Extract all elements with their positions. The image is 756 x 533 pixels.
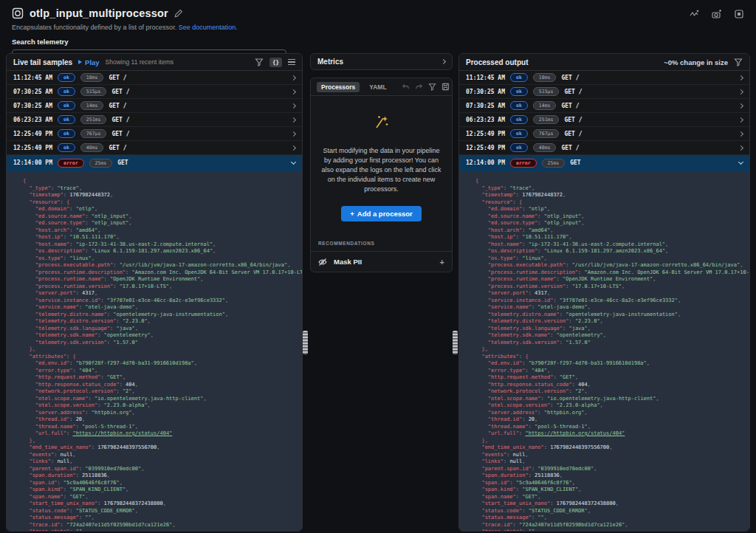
metrics-panel[interactable]: Metrics — [310, 53, 453, 70]
live-tail-header: Live tail samples Play Showing 11 recent… — [7, 54, 302, 71]
add-processor-label: Add a processor — [357, 210, 413, 218]
duration-pill: 515μs — [533, 87, 560, 96]
log-row[interactable]: 07:30:25 AM ok 14ms GET / — [459, 99, 749, 113]
log-method: GET / — [111, 89, 129, 95]
log-row[interactable]: 07:30:25 AM ok 515μs GET / — [7, 85, 302, 99]
log-time: 06:23:23 AM — [466, 117, 505, 123]
play-button[interactable]: Play — [78, 58, 100, 66]
camera-plus-icon[interactable] — [712, 9, 722, 19]
status-badge: ok — [510, 143, 528, 152]
trace-json: { "_type": "trace", "timestamp": 1767982… — [7, 171, 302, 531]
status-badge: ok — [58, 87, 75, 96]
live-tail-json-viewer[interactable]: { "_type": "trace", "timestamp": 1767982… — [7, 171, 302, 531]
chevron-icon — [738, 131, 743, 136]
log-time: 12:25:49 PM — [466, 131, 505, 137]
log-time: 12:14:00 PM — [466, 159, 505, 166]
panel-icon[interactable] — [734, 9, 744, 19]
chevron-icon — [738, 103, 743, 108]
live-tail-title: Live tail samples — [13, 58, 72, 66]
log-method: GET — [117, 159, 128, 166]
duration-pill: 10ms — [533, 73, 557, 82]
log-time: 07:30:25 AM — [13, 103, 52, 109]
panel-resize-handle-right[interactable] — [453, 331, 458, 354]
log-time: 12:25:49 PM — [466, 145, 505, 151]
log-row[interactable]: 11:12:45 AM ok 10ms GET / — [7, 71, 302, 85]
status-badge: ok — [58, 143, 75, 152]
edit-pencil-icon[interactable] — [174, 9, 183, 18]
processor-icon — [12, 7, 24, 19]
log-method: GET / — [109, 75, 126, 81]
log-method: GET / — [564, 89, 582, 95]
duration-pill: 25ms — [542, 159, 566, 168]
tab-yaml[interactable]: YAML — [365, 82, 391, 92]
processed-output-json-viewer[interactable]: { "_type": "trace", "timestamp": 1767982… — [459, 171, 749, 531]
log-row[interactable]: 12:25:49 PM ok 767μs GET / — [7, 127, 302, 141]
log-row[interactable]: 12:25:49 PM ok 767μs GET / — [459, 127, 749, 141]
recommendation-mask-pii[interactable]: Mask PII + — [311, 251, 452, 272]
duration-pill: 251ms — [533, 115, 560, 124]
json-view-toggle[interactable]: {} — [269, 58, 282, 67]
processed-output-rows: 11:12:45 AM ok 10ms GET / 07:30:25 AM ok… — [459, 71, 749, 171]
status-badge: ok — [510, 115, 528, 124]
eye-off-icon — [318, 258, 327, 266]
plus-icon: + — [350, 210, 354, 218]
log-time: 12:25:49 PM — [13, 145, 52, 151]
duration-pill: 14ms — [533, 101, 557, 110]
log-time: 11:12:45 AM — [466, 75, 505, 81]
duration-pill: 40ms — [533, 143, 557, 152]
magic-wand-icon — [373, 114, 391, 131]
panel-resize-handle-left[interactable] — [303, 331, 308, 354]
log-method: GET / — [561, 75, 579, 81]
processed-output-panel: Processed output ~0% change in size 11:1… — [458, 53, 750, 532]
log-row[interactable]: 06:23:23 AM ok 251ms GET / — [7, 113, 302, 127]
status-badge: ok — [510, 87, 528, 96]
chevron-icon — [291, 131, 296, 136]
status-badge: error — [58, 159, 84, 168]
status-badge: ok — [510, 101, 528, 110]
duration-pill: 40ms — [80, 143, 104, 152]
list-view-toggle[interactable] — [288, 59, 295, 65]
duration-pill: 767μs — [533, 129, 560, 138]
log-row[interactable]: 11:12:45 AM ok 10ms GET / — [459, 71, 749, 85]
processors-panel: Processors YAML + Start modifying the da… — [310, 78, 453, 272]
log-row[interactable]: 12:14:00 PM error 25ms GET — [7, 155, 302, 171]
see-documentation-link[interactable]: See documentation. — [179, 24, 238, 31]
save-icon[interactable] — [441, 83, 450, 91]
status-badge: error — [510, 159, 537, 168]
log-row[interactable]: 12:14:00 PM error 25ms GET — [459, 155, 749, 171]
log-row[interactable]: 07:30:25 AM ok 14ms GET / — [7, 99, 302, 113]
log-row[interactable]: 12:25:49 PM ok 40ms GET / — [459, 141, 749, 155]
recommendations-label: RECOMMENDATIONS — [311, 241, 452, 246]
chevron-icon — [291, 103, 296, 108]
processors-empty-state: Start modifying the data in your pipelin… — [311, 96, 452, 221]
log-time: 11:12:45 AM — [13, 75, 52, 81]
live-tail-panel: Live tail samples Play Showing 11 recent… — [6, 53, 303, 532]
add-processor-button[interactable]: + Add a processor — [341, 206, 422, 221]
chevron-icon — [291, 159, 296, 164]
log-row[interactable]: 12:25:49 PM ok 40ms GET / — [7, 141, 302, 155]
status-badge: ok — [58, 101, 75, 110]
activity-plus-icon[interactable] — [690, 9, 700, 19]
add-mask-pii-icon[interactable]: + — [440, 258, 444, 266]
filter-icon[interactable] — [428, 83, 436, 91]
showing-count-label: Showing 11 recent items — [106, 58, 173, 66]
status-badge: ok — [510, 129, 528, 138]
duration-pill: 14ms — [80, 101, 104, 110]
redo-icon[interactable] — [415, 83, 423, 91]
duration-pill: 767μs — [80, 129, 107, 138]
chevron-icon — [291, 145, 296, 150]
log-row[interactable]: 07:30:25 AM ok 515μs GET / — [459, 85, 749, 99]
filter-icon[interactable] — [255, 58, 264, 66]
filter-icon[interactable] — [734, 58, 743, 66]
log-time: 12:14:00 PM — [13, 159, 52, 166]
tab-processors[interactable]: Processors — [317, 82, 360, 92]
chevron-icon — [738, 145, 743, 150]
undo-icon[interactable] — [402, 83, 410, 91]
play-label: Play — [85, 58, 100, 66]
chevron-icon — [291, 75, 296, 80]
trace-json: { "_type": "trace", "timestamp": 1767982… — [459, 171, 749, 531]
log-method: GET — [570, 159, 580, 166]
chevron-icon — [738, 89, 743, 94]
log-method: GET / — [561, 145, 579, 151]
log-row[interactable]: 06:23:23 AM ok 251ms GET / — [459, 113, 749, 127]
